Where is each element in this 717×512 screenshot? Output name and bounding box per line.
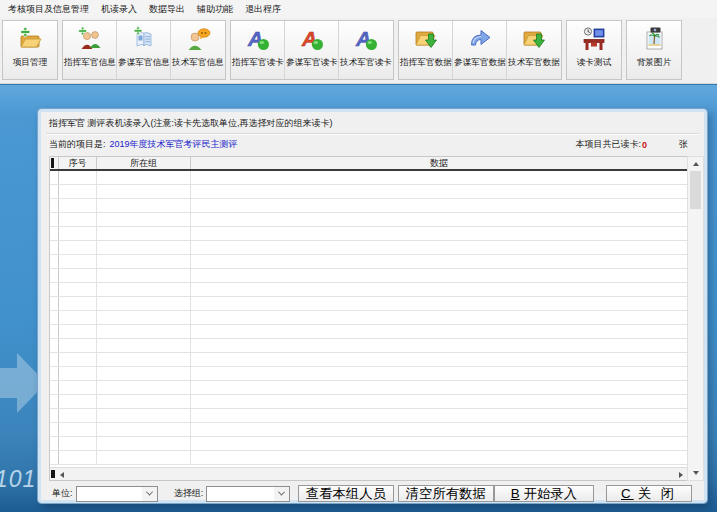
row-selector-cell[interactable]: [50, 339, 59, 352]
row-group-cell[interactable]: [97, 353, 191, 366]
chevron-down-icon[interactable]: [142, 487, 157, 501]
grid-header-group[interactable]: 所在组: [97, 157, 191, 169]
chevron-down-icon[interactable]: [274, 487, 289, 501]
commander-read-card-button[interactable]: A 指挥军官读卡: [231, 21, 285, 79]
card-test-button[interactable]: 读卡测试: [567, 21, 621, 79]
row-group-cell[interactable]: [97, 227, 191, 240]
row-selector-cell[interactable]: [50, 409, 59, 422]
table-row[interactable]: [50, 171, 687, 185]
row-index-cell[interactable]: [59, 381, 97, 394]
group-select[interactable]: [206, 486, 290, 502]
tech-info-button[interactable]: 技术军官信息: [171, 21, 225, 79]
table-row[interactable]: [50, 381, 687, 395]
project-manage-button[interactable]: 项目管理: [3, 21, 57, 79]
row-group-cell[interactable]: [97, 325, 191, 338]
row-group-cell[interactable]: [97, 185, 191, 198]
row-group-cell[interactable]: [97, 381, 191, 394]
background-image-button[interactable]: 背景图片: [627, 21, 681, 79]
menu-item-auxiliary-functions[interactable]: 辅助功能: [192, 1, 238, 18]
row-selector-cell[interactable]: [50, 227, 59, 240]
row-data-cell[interactable]: [191, 283, 687, 296]
row-group-cell[interactable]: [97, 283, 191, 296]
table-row[interactable]: [50, 185, 687, 199]
table-row[interactable]: [50, 255, 687, 269]
row-data-cell[interactable]: [191, 437, 687, 450]
table-row[interactable]: [50, 339, 687, 353]
table-row[interactable]: [50, 353, 687, 367]
row-index-cell[interactable]: [59, 451, 97, 464]
vertical-scrollbar-thumb[interactable]: [690, 171, 701, 209]
row-index-cell[interactable]: [59, 269, 97, 282]
row-group-cell[interactable]: [97, 297, 191, 310]
row-selector-cell[interactable]: [50, 395, 59, 408]
vertical-scrollbar[interactable]: [687, 156, 704, 481]
horizontal-scrollbar[interactable]: [50, 467, 687, 480]
row-selector-cell[interactable]: [50, 255, 59, 268]
row-index-cell[interactable]: [59, 185, 97, 198]
row-group-cell[interactable]: [97, 171, 191, 184]
row-data-cell[interactable]: [191, 199, 687, 212]
row-selector-cell[interactable]: [50, 241, 59, 254]
row-group-cell[interactable]: [97, 213, 191, 226]
row-group-cell[interactable]: [97, 409, 191, 422]
row-group-cell[interactable]: [97, 241, 191, 254]
tech-data-button[interactable]: 技术军官数据: [507, 21, 561, 79]
commander-data-button[interactable]: 指挥军官数据: [399, 21, 453, 79]
table-row[interactable]: [50, 199, 687, 213]
row-group-cell[interactable]: [97, 311, 191, 324]
row-selector-cell[interactable]: [50, 269, 59, 282]
staff-info-button[interactable]: 参谋军官信息: [117, 21, 171, 79]
table-row[interactable]: [50, 437, 687, 451]
row-data-cell[interactable]: [191, 311, 687, 324]
row-data-cell[interactable]: [191, 269, 687, 282]
row-group-cell[interactable]: [97, 255, 191, 268]
row-selector-cell[interactable]: [50, 185, 59, 198]
row-index-cell[interactable]: [59, 255, 97, 268]
row-selector-cell[interactable]: [50, 367, 59, 380]
row-index-cell[interactable]: [59, 423, 97, 436]
row-index-cell[interactable]: [59, 437, 97, 450]
table-row[interactable]: [50, 241, 687, 255]
row-data-cell[interactable]: [191, 171, 687, 184]
row-data-cell[interactable]: [191, 367, 687, 380]
row-group-cell[interactable]: [97, 395, 191, 408]
tech-read-card-button[interactable]: A 技术军官读卡: [339, 21, 393, 79]
menu-item-machine-read-entry[interactable]: 机读录入: [96, 1, 142, 18]
grid-header-index[interactable]: 序号: [59, 157, 97, 169]
row-selector-cell[interactable]: [50, 171, 59, 184]
start-entry-button[interactable]: B 开始录入: [494, 485, 594, 502]
row-data-cell[interactable]: [191, 423, 687, 436]
scroll-left-icon[interactable]: [60, 472, 64, 478]
row-data-cell[interactable]: [191, 451, 687, 464]
row-index-cell[interactable]: [59, 241, 97, 254]
row-index-cell[interactable]: [59, 367, 97, 380]
row-selector-cell[interactable]: [50, 381, 59, 394]
menu-item-data-export[interactable]: 数据导出: [144, 1, 190, 18]
row-index-cell[interactable]: [59, 171, 97, 184]
row-data-cell[interactable]: [191, 241, 687, 254]
scroll-up-icon[interactable]: [693, 162, 699, 166]
row-index-cell[interactable]: [59, 227, 97, 240]
row-selector-cell[interactable]: [50, 213, 59, 226]
menu-item-project-info-management[interactable]: 考核项目及信息管理: [3, 1, 94, 18]
row-selector-cell[interactable]: [50, 451, 59, 464]
row-data-cell[interactable]: [191, 255, 687, 268]
view-group-members-button[interactable]: 查看本组人员: [298, 485, 394, 502]
table-row[interactable]: [50, 311, 687, 325]
clear-all-data-button[interactable]: 清空所有数据: [398, 485, 494, 502]
grid-header-data[interactable]: 数据: [191, 157, 687, 169]
row-index-cell[interactable]: [59, 395, 97, 408]
table-row[interactable]: [50, 409, 687, 423]
table-row[interactable]: [50, 227, 687, 241]
table-row[interactable]: [50, 395, 687, 409]
row-group-cell[interactable]: [97, 339, 191, 352]
row-data-cell[interactable]: [191, 297, 687, 310]
row-data-cell[interactable]: [191, 185, 687, 198]
row-selector-cell[interactable]: [50, 353, 59, 366]
row-selector-cell[interactable]: [50, 325, 59, 338]
table-row[interactable]: [50, 367, 687, 381]
row-selector-cell[interactable]: [50, 297, 59, 310]
row-data-cell[interactable]: [191, 353, 687, 366]
table-row[interactable]: [50, 213, 687, 227]
row-index-cell[interactable]: [59, 325, 97, 338]
